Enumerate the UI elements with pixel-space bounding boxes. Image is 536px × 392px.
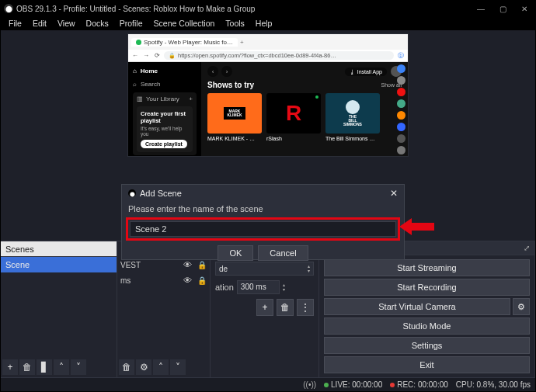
sidebar-item-search[interactable]: ⌕ Search [133,79,197,89]
add-scene-button[interactable]: + [2,359,18,375]
address-bar[interactable]: 🔒 https://open.spotify.com/?flow_ctx=dbc… [164,51,394,60]
duration-input[interactable]: 300 ms [237,280,280,294]
network-icon: ((•)) [303,380,316,389]
browser-tab-title: Spotify - Web Player: Music fo… [144,39,233,46]
show-card[interactable]: R rSlash [266,93,321,141]
source-label: ms [120,276,131,285]
sidebar-icon[interactable] [397,111,405,120]
exit-button[interactable]: Exit [324,356,530,373]
menu-scene-collection[interactable]: Scene Collection [149,17,220,29]
remove-scene-button[interactable]: 🗑 [19,359,35,375]
sidebar-icon[interactable] [397,123,405,131]
cancel-button[interactable]: Cancel [258,245,308,261]
menu-edit[interactable]: Edit [28,17,51,29]
sidebar-icon[interactable] [397,134,405,143]
source-properties-button[interactable]: ⚙ [136,359,151,375]
menu-view[interactable]: View [53,17,80,29]
sidebar-icon[interactable] [397,88,405,96]
library-label[interactable]: Your Library [146,95,179,102]
start-virtual-camera-button[interactable]: Start Virtual Camera [324,298,510,315]
maximize-button[interactable]: ▢ [492,1,513,16]
download-icon: ⭳ [350,69,355,75]
card-label: rSlash [266,136,321,141]
menu-file[interactable]: File [4,17,26,29]
ok-button[interactable]: OK [218,245,253,261]
live-status: LIVE: 00:00:00 [324,380,382,389]
move-scene-down-button[interactable]: ˅ [71,359,86,375]
cta-title: Create your first playlist [141,110,189,124]
move-source-up-button[interactable]: ˄ [153,359,169,375]
browser-toolbar: ← → ⟳ 🔒 https://open.spotify.com/?flow_c… [128,50,408,62]
sources-toolbar: 🗑 ⚙ ˄ ˅ [119,359,186,375]
card-label: The Bill Simmons … [325,136,380,141]
rec-status: REC: 00:00:00 [390,380,448,389]
source-item[interactable]: ms 👁 🔒 [117,272,210,288]
browser-tab[interactable]: Spotify - Web Player: Music fo… [131,38,238,47]
search-label: Search [141,81,160,88]
spotify-icon [136,40,141,45]
titlebar: ⬤ OBS 29.1.3 - Profile: Untitled - Scene… [1,1,535,16]
scenes-dock-header[interactable]: Scenes [1,241,117,257]
visibility-icon[interactable]: 👁 [183,276,192,285]
install-app-button[interactable]: ⭳Install App [345,68,387,76]
scene-name-input[interactable] [130,221,396,237]
url-text: https://open.spotify.com/?flow_ctx=dbcd1… [178,52,336,59]
spotify-sidebar: ⌂ Home ⌕ Search ▥Your Library + Create [128,62,201,156]
nav-back-icon[interactable]: ‹ [207,66,218,77]
forward-icon[interactable]: → [142,52,150,59]
annotation-arrow [411,223,434,231]
add-transition-button[interactable]: + [256,299,273,316]
create-playlist-cta: Create your first playlist It's easy, we… [137,106,193,152]
dialog-close-button[interactable]: ✕ [390,188,398,199]
library-icon: ▥ [137,95,143,102]
cta-subtitle: It's easy, we'll help you [141,126,189,137]
scenes-toolbar: + 🗑 ▋ ˄ ˅ [2,359,86,375]
window-title: OBS 29.1.3 - Profile: Untitled - Scenes:… [16,5,470,13]
browser-tabstrip: Spotify - Web Player: Music fo… + [128,34,408,50]
nav-forward-icon[interactable]: › [221,66,232,77]
extensions-icon[interactable]: ⓑ [397,51,405,60]
refresh-icon[interactable]: ⟳ [153,52,161,59]
scene-item[interactable]: Scene [1,257,117,272]
status-bar: ((•)) LIVE: 00:00:00 REC: 00:00:00 CPU: … [1,377,535,391]
add-library-button[interactable]: + [189,95,193,102]
menu-docks[interactable]: Docks [82,17,113,29]
preview-canvas[interactable]: Spotify - Web Player: Music fo… + ← → ⟳ … [127,33,409,157]
scenes-dock: Scenes Scene + 🗑 ▋ ˄ ˅ [1,241,117,377]
minimize-button[interactable]: — [470,1,492,16]
sidebar-icon[interactable] [397,146,405,154]
new-tab-button[interactable]: + [240,39,244,46]
sidebar-icon[interactable] [397,99,405,108]
move-source-down-button[interactable]: ˅ [170,359,186,375]
duration-label: ation [215,283,234,292]
remove-transition-button[interactable]: 🗑 [277,299,294,316]
cpu-status: CPU: 0.8%, 30.00 fps [456,380,531,389]
edge-sidebar [394,62,408,154]
remove-source-button[interactable]: 🗑 [119,359,134,375]
scene-name-highlight [126,217,400,241]
sidebar-item-home[interactable]: ⌂ Home [133,66,197,76]
menu-help[interactable]: Help [251,17,277,29]
virtual-camera-settings-button[interactable]: ⚙ [513,298,530,315]
settings-button[interactable]: Settings [324,337,530,354]
lock-icon: 🔒 [169,53,176,59]
close-button[interactable]: ✕ [513,1,535,16]
move-scene-up-button[interactable]: ˄ [54,359,69,375]
show-card[interactable]: MARKKLIMEK MARK KLIMEK - … [207,93,262,141]
start-recording-button[interactable]: Start Recording [324,279,530,296]
back-icon[interactable]: ← [131,52,139,59]
sidebar-icon[interactable] [397,76,405,85]
sidebar-icon[interactable] [397,64,405,73]
menu-profile[interactable]: Profile [115,17,148,29]
scene-filters-button[interactable]: ▋ [37,359,52,375]
show-card[interactable]: THEBILLSIMMONS The Bill Simmons … [325,93,380,141]
spotify-main: ‹ › ⭳Install App Shows to try Show all [201,62,408,156]
show-cards: MARKKLIMEK MARK KLIMEK - … R rSlash THEB… [207,93,402,141]
lock-icon[interactable]: 🔒 [197,276,207,285]
studio-mode-button[interactable]: Studio Mode [324,317,530,335]
menu-tools[interactable]: Tools [221,17,249,29]
popout-icon[interactable]: ⤢ [524,244,530,252]
preview-area: Spotify - Web Player: Music fo… + ← → ⟳ … [1,30,535,241]
create-playlist-button[interactable]: Create playlist [141,140,187,148]
transition-properties-button[interactable]: ⋮ [297,299,314,316]
